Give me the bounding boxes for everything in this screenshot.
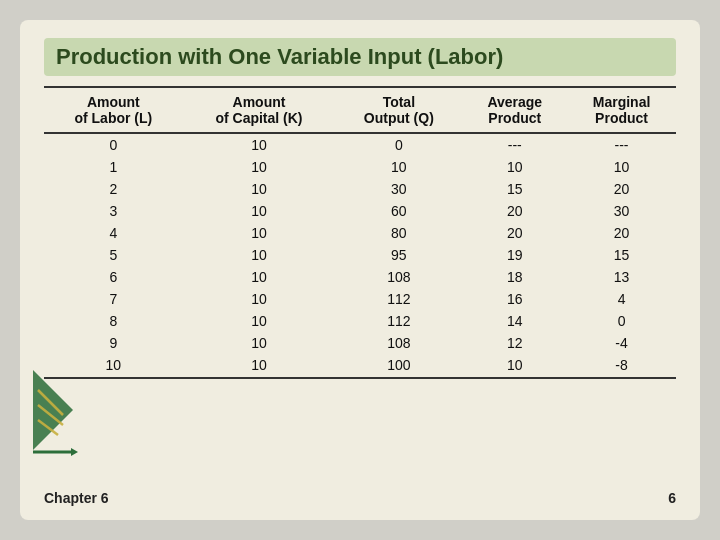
production-table: Amountof Labor (L)Amountof Capital (K)To… xyxy=(44,86,676,379)
table-row: 410802020 xyxy=(44,222,676,244)
header-col-4: MarginalProduct xyxy=(567,87,676,133)
cell-8-3: 14 xyxy=(462,310,567,332)
svg-marker-0 xyxy=(33,370,73,450)
cell-7-3: 16 xyxy=(462,288,567,310)
cell-5-4: 15 xyxy=(567,244,676,266)
cell-2-1: 10 xyxy=(183,178,336,200)
cell-1-1: 10 xyxy=(183,156,336,178)
table-header-row: Amountof Labor (L)Amountof Capital (K)To… xyxy=(44,87,676,133)
cell-8-2: 112 xyxy=(335,310,462,332)
cell-4-1: 10 xyxy=(183,222,336,244)
table-row: 91010812-4 xyxy=(44,332,676,354)
cell-3-1: 10 xyxy=(183,200,336,222)
cell-5-0: 5 xyxy=(44,244,183,266)
table-row: 310602030 xyxy=(44,200,676,222)
slide-title: Production with One Variable Input (Labo… xyxy=(44,38,676,76)
cell-7-0: 7 xyxy=(44,288,183,310)
cell-1-0: 1 xyxy=(44,156,183,178)
cell-6-3: 18 xyxy=(462,266,567,288)
cell-4-0: 4 xyxy=(44,222,183,244)
cell-5-1: 10 xyxy=(183,244,336,266)
cell-0-3: --- xyxy=(462,133,567,156)
table-row: 101010010-8 xyxy=(44,354,676,378)
footer: Chapter 6 6 xyxy=(44,484,676,506)
table-row: 110101010 xyxy=(44,156,676,178)
cell-7-4: 4 xyxy=(567,288,676,310)
slide: Production with One Variable Input (Labo… xyxy=(20,20,700,520)
page-number: 6 xyxy=(668,490,676,506)
cell-8-1: 10 xyxy=(183,310,336,332)
svg-marker-2 xyxy=(71,448,78,456)
cell-3-3: 20 xyxy=(462,200,567,222)
cell-4-3: 20 xyxy=(462,222,567,244)
cell-0-0: 0 xyxy=(44,133,183,156)
table-wrapper: Amountof Labor (L)Amountof Capital (K)To… xyxy=(44,86,676,484)
cell-5-3: 19 xyxy=(462,244,567,266)
cell-9-1: 10 xyxy=(183,332,336,354)
cell-4-4: 20 xyxy=(567,222,676,244)
cell-1-4: 10 xyxy=(567,156,676,178)
cell-9-4: -4 xyxy=(567,332,676,354)
cell-4-2: 80 xyxy=(335,222,462,244)
cell-1-2: 10 xyxy=(335,156,462,178)
table-row: 0100------ xyxy=(44,133,676,156)
chapter-label: Chapter 6 xyxy=(44,490,109,506)
cell-8-4: 0 xyxy=(567,310,676,332)
table-row: 210301520 xyxy=(44,178,676,200)
header-col-3: AverageProduct xyxy=(462,87,567,133)
cell-10-2: 100 xyxy=(335,354,462,378)
cell-10-4: -8 xyxy=(567,354,676,378)
table-row: 810112140 xyxy=(44,310,676,332)
cell-6-1: 10 xyxy=(183,266,336,288)
cell-2-4: 20 xyxy=(567,178,676,200)
cell-6-4: 13 xyxy=(567,266,676,288)
cell-1-3: 10 xyxy=(462,156,567,178)
table-row: 710112164 xyxy=(44,288,676,310)
cell-9-2: 108 xyxy=(335,332,462,354)
cell-0-2: 0 xyxy=(335,133,462,156)
cell-7-2: 112 xyxy=(335,288,462,310)
cell-3-4: 30 xyxy=(567,200,676,222)
cell-10-3: 10 xyxy=(462,354,567,378)
cell-10-1: 10 xyxy=(183,354,336,378)
cell-5-2: 95 xyxy=(335,244,462,266)
header-col-2: TotalOutput (Q) xyxy=(335,87,462,133)
table-row: 6101081813 xyxy=(44,266,676,288)
cell-2-3: 15 xyxy=(462,178,567,200)
cell-9-0: 9 xyxy=(44,332,183,354)
header-col-1: Amountof Capital (K) xyxy=(183,87,336,133)
cell-6-0: 6 xyxy=(44,266,183,288)
cell-7-1: 10 xyxy=(183,288,336,310)
header-col-0: Amountof Labor (L) xyxy=(44,87,183,133)
arrow-graphic xyxy=(28,360,78,460)
cell-6-2: 108 xyxy=(335,266,462,288)
cell-3-2: 60 xyxy=(335,200,462,222)
cell-2-2: 30 xyxy=(335,178,462,200)
cell-2-0: 2 xyxy=(44,178,183,200)
cell-0-1: 10 xyxy=(183,133,336,156)
cell-9-3: 12 xyxy=(462,332,567,354)
cell-8-0: 8 xyxy=(44,310,183,332)
table-row: 510951915 xyxy=(44,244,676,266)
cell-0-4: --- xyxy=(567,133,676,156)
cell-3-0: 3 xyxy=(44,200,183,222)
